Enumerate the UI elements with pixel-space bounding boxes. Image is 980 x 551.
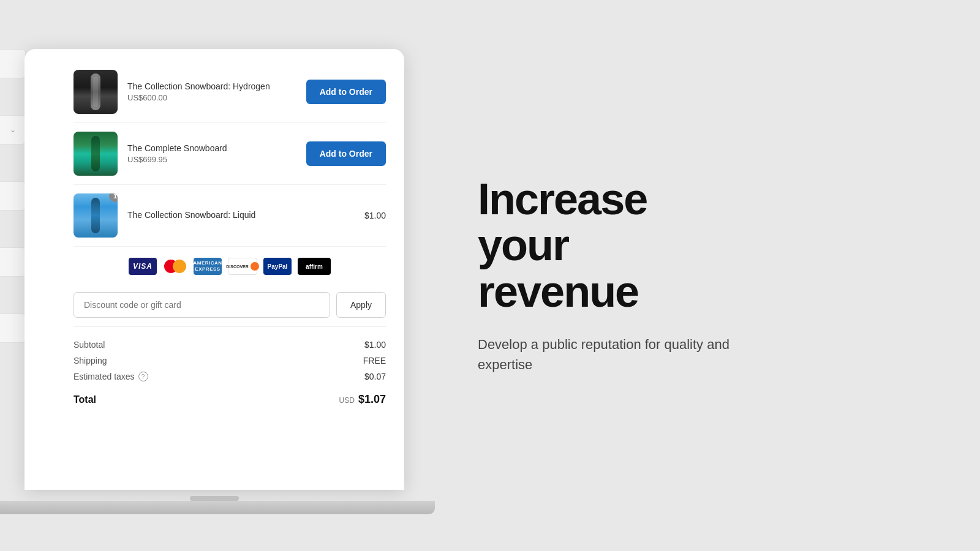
product-name-hydrogen: The Collection Snowboard: Hydrogen: [127, 81, 296, 91]
laptop-base: [0, 501, 435, 514]
laptop-notch: [190, 496, 239, 501]
mastercard-orange-circle: [173, 260, 186, 273]
product-image-liquid: 1: [74, 193, 118, 238]
subtotal-row: Subtotal $1.00: [74, 337, 386, 353]
product-row-hydrogen: The Collection Snowboard: Hydrogen US$60…: [74, 61, 386, 123]
headline-line1: Increase: [478, 174, 647, 223]
taxes-row: Estimated taxes ? $0.07: [74, 369, 386, 384]
product-info-complete: The Complete Snowboard US$699.95: [127, 143, 296, 164]
headline-line2: your: [478, 220, 568, 269]
taxes-info-icon[interactable]: ?: [138, 372, 148, 381]
product-row-liquid: 1 The Collection Snowboard: Liquid $1.00: [74, 185, 386, 247]
paypal-icon: PayPal: [263, 258, 292, 275]
product-info-liquid: The Collection Snowboard: Liquid: [127, 210, 339, 222]
visa-icon: VISA: [129, 258, 157, 275]
taxes-value: $0.07: [364, 372, 386, 381]
product-name-complete: The Complete Snowboard: [127, 143, 296, 153]
product-info-hydrogen: The Collection Snowboard: Hydrogen US$60…: [127, 81, 296, 102]
mastercard-icon: [163, 258, 187, 275]
total-amount: $1.07: [358, 393, 386, 406]
total-value: USD $1.07: [339, 393, 386, 406]
subtotal-label: Subtotal: [74, 340, 105, 350]
quantity-badge: 1: [109, 193, 118, 202]
checkout-content: The Collection Snowboard: Hydrogen US$60…: [24, 49, 404, 490]
shipping-label: Shipping: [74, 356, 107, 365]
order-summary: Subtotal $1.00 Shipping FREE Estimated t…: [74, 327, 386, 406]
laptop-container: The Collection Snowboard: Hydrogen US$60…: [6, 24, 423, 527]
add-to-order-btn-hydrogen[interactable]: Add to Order: [306, 80, 386, 104]
left-panel: ⌄ The Collection Snowboard: Hydrogen US$…: [0, 0, 429, 551]
product-image-hydrogen: [74, 70, 118, 114]
main-headline: Increase your revenue: [478, 176, 931, 315]
total-currency: USD: [339, 396, 355, 405]
product-image-complete: [74, 132, 118, 176]
discount-section: Apply: [74, 283, 386, 327]
right-panel: Increase your revenue Develop a public r…: [429, 0, 980, 551]
subtotal-value: $1.00: [364, 340, 386, 350]
laptop-screen: The Collection Snowboard: Hydrogen US$60…: [24, 49, 404, 490]
discover-dot: [251, 262, 259, 271]
product-price-liquid: $1.00: [349, 211, 386, 220]
sub-headline: Develop a public reputation for quality …: [478, 334, 784, 375]
total-label: Total: [74, 394, 96, 405]
total-row: Total USD $1.07: [74, 387, 386, 406]
amex-icon: AMERICAN EXPRESS: [194, 258, 222, 275]
affirm-icon: affirm: [298, 258, 331, 275]
payment-methods: VISA AMERICAN EXPRESS DISCOVER: [74, 247, 386, 283]
product-name-liquid: The Collection Snowboard: Liquid: [127, 210, 339, 220]
product-price-hydrogen: US$600.00: [127, 93, 296, 102]
shipping-value: FREE: [363, 356, 386, 365]
add-to-order-btn-complete[interactable]: Add to Order: [306, 141, 386, 166]
apply-button[interactable]: Apply: [336, 292, 386, 318]
product-price-complete: US$699.95: [127, 155, 296, 164]
taxes-label: Estimated taxes ?: [74, 372, 148, 381]
discount-input[interactable]: [74, 292, 330, 318]
shipping-row: Shipping FREE: [74, 353, 386, 369]
product-row-complete: The Complete Snowboard US$699.95 Add to …: [74, 123, 386, 185]
discover-icon: DISCOVER: [228, 258, 257, 275]
headline-line3: revenue: [478, 267, 638, 316]
